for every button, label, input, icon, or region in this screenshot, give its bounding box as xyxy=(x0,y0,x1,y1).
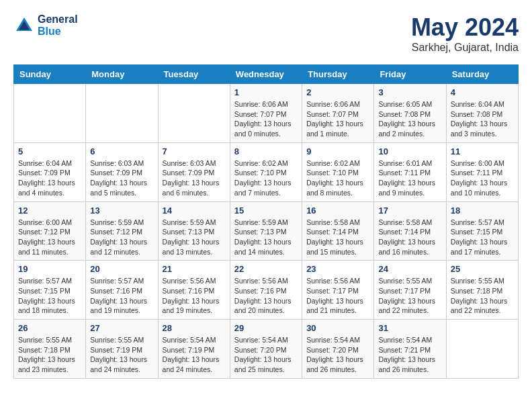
calendar-cell: 29Sunrise: 5:54 AM Sunset: 7:20 PM Dayli… xyxy=(230,320,302,379)
day-number: 5 xyxy=(18,146,81,156)
day-number: 17 xyxy=(378,205,441,216)
day-number: 8 xyxy=(234,146,298,156)
day-info: Sunrise: 5:54 AM Sunset: 7:20 PM Dayligh… xyxy=(306,335,369,375)
calendar-header: SundayMondayTuesdayWednesdayThursdayFrid… xyxy=(14,65,519,84)
calendar-cell: 30Sunrise: 5:54 AM Sunset: 7:20 PM Dayli… xyxy=(302,320,374,379)
calendar-cell: 3Sunrise: 6:05 AM Sunset: 7:08 PM Daylig… xyxy=(374,84,446,143)
day-number: 28 xyxy=(163,323,226,333)
day-number: 29 xyxy=(234,323,298,333)
weekday-header-saturday: Saturday xyxy=(446,65,518,84)
weekday-header-friday: Friday xyxy=(374,65,446,84)
logo-icon xyxy=(13,15,35,36)
day-info: Sunrise: 5:57 AM Sunset: 7:15 PM Dayligh… xyxy=(451,218,514,257)
weekday-header-thursday: Thursday xyxy=(302,65,374,84)
calendar-cell: 25Sunrise: 5:55 AM Sunset: 7:18 PM Dayli… xyxy=(446,261,518,320)
day-number: 27 xyxy=(90,323,153,333)
weekday-header-tuesday: Tuesday xyxy=(158,65,230,84)
day-number: 19 xyxy=(18,264,81,274)
day-number: 14 xyxy=(163,205,226,216)
day-info: Sunrise: 6:06 AM Sunset: 7:07 PM Dayligh… xyxy=(306,99,369,139)
calendar-cell: 13Sunrise: 5:59 AM Sunset: 7:12 PM Dayli… xyxy=(86,201,158,261)
day-info: Sunrise: 5:59 AM Sunset: 7:13 PM Dayligh… xyxy=(234,218,298,257)
location: Sarkhej, Gujarat, India xyxy=(411,42,519,54)
calendar-cell: 21Sunrise: 5:56 AM Sunset: 7:16 PM Dayli… xyxy=(158,261,230,320)
day-number: 9 xyxy=(306,146,369,156)
calendar-cell xyxy=(446,320,518,379)
day-number: 7 xyxy=(163,146,226,156)
week-row-5: 26Sunrise: 5:55 AM Sunset: 7:18 PM Dayli… xyxy=(14,320,519,379)
calendar-cell xyxy=(86,84,158,143)
calendar-cell: 28Sunrise: 5:54 AM Sunset: 7:19 PM Dayli… xyxy=(158,320,230,379)
day-info: Sunrise: 6:04 AM Sunset: 7:08 PM Dayligh… xyxy=(451,99,514,139)
calendar-cell: 6Sunrise: 6:03 AM Sunset: 7:09 PM Daylig… xyxy=(86,142,158,201)
day-info: Sunrise: 5:59 AM Sunset: 7:13 PM Dayligh… xyxy=(163,218,226,257)
calendar-cell: 1Sunrise: 6:06 AM Sunset: 7:07 PM Daylig… xyxy=(230,84,302,143)
day-info: Sunrise: 5:55 AM Sunset: 7:17 PM Dayligh… xyxy=(378,276,441,316)
day-number: 2 xyxy=(306,87,369,97)
calendar-cell: 17Sunrise: 5:58 AM Sunset: 7:14 PM Dayli… xyxy=(374,201,446,261)
calendar-body: 1Sunrise: 6:06 AM Sunset: 7:07 PM Daylig… xyxy=(14,84,519,379)
calendar-cell xyxy=(14,84,86,143)
day-info: Sunrise: 5:56 AM Sunset: 7:17 PM Dayligh… xyxy=(306,276,369,316)
day-info: Sunrise: 5:56 AM Sunset: 7:16 PM Dayligh… xyxy=(163,276,226,316)
calendar-cell: 12Sunrise: 6:00 AM Sunset: 7:12 PM Dayli… xyxy=(14,201,86,261)
weekday-header-sunday: Sunday xyxy=(14,65,86,84)
day-info: Sunrise: 5:57 AM Sunset: 7:16 PM Dayligh… xyxy=(90,276,153,316)
day-number: 13 xyxy=(90,205,153,216)
calendar-cell: 14Sunrise: 5:59 AM Sunset: 7:13 PM Dayli… xyxy=(158,201,230,261)
day-number: 16 xyxy=(306,205,369,216)
day-info: Sunrise: 6:00 AM Sunset: 7:11 PM Dayligh… xyxy=(451,158,514,198)
day-info: Sunrise: 6:04 AM Sunset: 7:09 PM Dayligh… xyxy=(18,158,81,198)
day-number: 11 xyxy=(451,146,514,156)
day-number: 30 xyxy=(306,323,369,333)
day-number: 3 xyxy=(378,87,441,97)
week-row-1: 1Sunrise: 6:06 AM Sunset: 7:07 PM Daylig… xyxy=(14,84,519,143)
calendar-cell: 18Sunrise: 5:57 AM Sunset: 7:15 PM Dayli… xyxy=(446,201,518,261)
page-header: General Blue May 2024 Sarkhej, Gujarat, … xyxy=(13,13,519,54)
day-info: Sunrise: 6:01 AM Sunset: 7:11 PM Dayligh… xyxy=(378,158,441,198)
weekday-header-monday: Monday xyxy=(86,65,158,84)
calendar-cell: 11Sunrise: 6:00 AM Sunset: 7:11 PM Dayli… xyxy=(446,142,518,201)
calendar-cell: 26Sunrise: 5:55 AM Sunset: 7:18 PM Dayli… xyxy=(14,320,86,379)
day-number: 21 xyxy=(163,264,226,274)
calendar-cell: 10Sunrise: 6:01 AM Sunset: 7:11 PM Dayli… xyxy=(374,142,446,201)
day-number: 31 xyxy=(378,323,441,333)
logo: General Blue xyxy=(13,13,78,38)
day-info: Sunrise: 6:05 AM Sunset: 7:08 PM Dayligh… xyxy=(378,99,441,139)
calendar-cell: 16Sunrise: 5:58 AM Sunset: 7:14 PM Dayli… xyxy=(302,201,374,261)
day-info: Sunrise: 5:54 AM Sunset: 7:21 PM Dayligh… xyxy=(378,335,441,375)
day-info: Sunrise: 5:56 AM Sunset: 7:16 PM Dayligh… xyxy=(234,276,298,316)
calendar-cell: 23Sunrise: 5:56 AM Sunset: 7:17 PM Dayli… xyxy=(302,261,374,320)
calendar: SundayMondayTuesdayWednesdayThursdayFrid… xyxy=(13,64,519,379)
weekday-header-wednesday: Wednesday xyxy=(230,65,302,84)
day-info: Sunrise: 5:55 AM Sunset: 7:18 PM Dayligh… xyxy=(18,335,81,375)
day-info: Sunrise: 6:03 AM Sunset: 7:09 PM Dayligh… xyxy=(90,158,153,198)
calendar-cell: 15Sunrise: 5:59 AM Sunset: 7:13 PM Dayli… xyxy=(230,201,302,261)
day-info: Sunrise: 5:55 AM Sunset: 7:18 PM Dayligh… xyxy=(451,276,514,316)
calendar-cell: 7Sunrise: 6:03 AM Sunset: 7:09 PM Daylig… xyxy=(158,142,230,201)
day-number: 15 xyxy=(234,205,298,216)
calendar-cell: 20Sunrise: 5:57 AM Sunset: 7:16 PM Dayli… xyxy=(86,261,158,320)
logo-text: General Blue xyxy=(38,13,78,38)
day-number: 12 xyxy=(18,205,81,216)
weekday-header-row: SundayMondayTuesdayWednesdayThursdayFrid… xyxy=(14,65,519,84)
day-number: 26 xyxy=(18,323,81,333)
day-info: Sunrise: 6:00 AM Sunset: 7:12 PM Dayligh… xyxy=(18,218,81,257)
day-number: 23 xyxy=(306,264,369,274)
day-info: Sunrise: 5:54 AM Sunset: 7:19 PM Dayligh… xyxy=(163,335,226,375)
day-number: 6 xyxy=(90,146,153,156)
calendar-cell: 22Sunrise: 5:56 AM Sunset: 7:16 PM Dayli… xyxy=(230,261,302,320)
day-info: Sunrise: 5:57 AM Sunset: 7:15 PM Dayligh… xyxy=(18,276,81,316)
day-info: Sunrise: 6:03 AM Sunset: 7:09 PM Dayligh… xyxy=(163,158,226,198)
calendar-cell: 9Sunrise: 6:02 AM Sunset: 7:10 PM Daylig… xyxy=(302,142,374,201)
calendar-cell xyxy=(158,84,230,143)
month-title: May 2024 xyxy=(411,13,519,42)
calendar-cell: 5Sunrise: 6:04 AM Sunset: 7:09 PM Daylig… xyxy=(14,142,86,201)
calendar-cell: 31Sunrise: 5:54 AM Sunset: 7:21 PM Dayli… xyxy=(374,320,446,379)
day-number: 18 xyxy=(451,205,514,216)
calendar-cell: 19Sunrise: 5:57 AM Sunset: 7:15 PM Dayli… xyxy=(14,261,86,320)
day-number: 4 xyxy=(451,87,514,97)
calendar-cell: 27Sunrise: 5:55 AM Sunset: 7:19 PM Dayli… xyxy=(86,320,158,379)
day-info: Sunrise: 5:59 AM Sunset: 7:12 PM Dayligh… xyxy=(90,218,153,257)
day-number: 24 xyxy=(378,264,441,274)
